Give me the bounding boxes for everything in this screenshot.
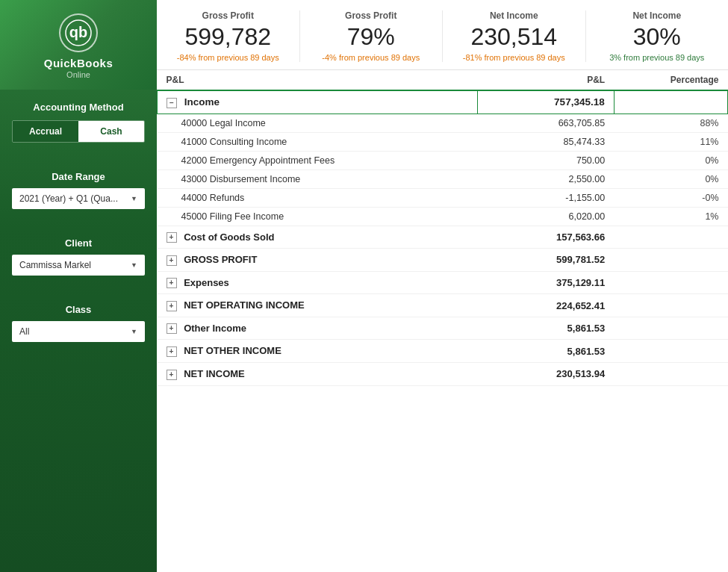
subtotal-value: 5,861.53	[477, 340, 614, 363]
expand-icon[interactable]: +	[167, 346, 177, 357]
item-label: 44000 Refunds	[158, 188, 478, 207]
class-section: Class All	[0, 282, 157, 348]
subtotal-pct	[614, 271, 727, 294]
class-wrapper[interactable]: All	[12, 321, 145, 342]
subtotal-label: + NET INCOME	[158, 363, 478, 386]
kpi-cell-2: Net Income 230,514 -81% from previous 89…	[443, 10, 586, 62]
accounting-method-label: Accounting Method	[12, 102, 145, 113]
sidebar: qb QuickBooks Online Accounting Method A…	[0, 0, 157, 572]
subtotal-pct	[614, 340, 727, 363]
accounting-toggle[interactable]: Accrual Cash	[12, 120, 145, 143]
expand-icon[interactable]: +	[167, 323, 177, 334]
item-value: 750.00	[477, 151, 614, 170]
kpi-cell-0: Gross Profit 599,782 -84% from previous …	[157, 10, 300, 62]
date-range-label: Date Range	[12, 171, 145, 182]
pl-table: P&L P&L Percentage − Income 757,345.18 4…	[157, 70, 728, 385]
kpi-label-0: Gross Profit	[202, 10, 254, 21]
subtotal-pct	[614, 249, 727, 272]
item-pct: -0%	[614, 188, 727, 207]
item-value: 663,705.85	[477, 114, 614, 132]
table-row: + Other Income 5,861.53	[158, 317, 728, 340]
brand-sub: Online	[66, 70, 90, 79]
svg-text:qb: qb	[69, 24, 87, 40]
income-label: − Income	[158, 90, 478, 114]
kpi-change-2: -81% from previous 89 days	[463, 53, 565, 62]
subtotal-value: 375,129.11	[477, 271, 614, 294]
expand-icon[interactable]: +	[167, 232, 177, 243]
date-range-select[interactable]: 2021 (Year) + Q1 (Qua...	[12, 188, 145, 209]
subtotal-pct	[614, 317, 727, 340]
logo-area: qb QuickBooks Online	[0, 0, 157, 90]
income-pct	[614, 90, 727, 114]
client-select[interactable]: Cammissa Markel	[12, 255, 145, 276]
table-row: − Income 757,345.18	[158, 90, 728, 114]
item-value: 6,020.00	[477, 207, 614, 226]
item-pct: 0%	[614, 151, 727, 170]
item-pct: 88%	[614, 114, 727, 132]
cash-button[interactable]: Cash	[78, 121, 144, 142]
table-row: + GROSS PROFIT 599,781.52	[158, 249, 728, 272]
kpi-value-2: 230,514	[470, 24, 557, 50]
collapse-icon[interactable]: −	[167, 98, 177, 108]
subtotal-label: + GROSS PROFIT	[158, 249, 478, 272]
kpi-label-1: Gross Profit	[345, 10, 396, 21]
subtotal-value: 230,513.94	[477, 363, 614, 386]
subtotal-value: 5,861.53	[477, 317, 614, 340]
subtotal-pct	[614, 226, 727, 249]
item-value: 85,474.33	[477, 132, 614, 151]
main-content: Gross Profit 599,782 -84% from previous …	[157, 0, 728, 572]
item-value: -1,155.00	[477, 188, 614, 207]
client-section: Client Cammissa Markel	[0, 215, 157, 282]
item-pct: 1%	[614, 207, 727, 226]
accrual-button[interactable]: Accrual	[13, 121, 78, 142]
subtotal-value: 599,781.52	[477, 249, 614, 272]
table-row: + Cost of Goods Sold 157,563.66	[158, 226, 728, 249]
table-row: 43000 Disbursement Income 2,550.00 0%	[158, 170, 728, 188]
item-pct: 11%	[614, 132, 727, 151]
pl-table-area: P&L P&L Percentage − Income 757,345.18 4…	[157, 70, 728, 572]
brand-name: QuickBooks	[44, 57, 113, 70]
date-range-section: Date Range 2021 (Year) + Q1 (Qua...	[0, 149, 157, 215]
table-row: 45000 Filing Fee Income 6,020.00 1%	[158, 207, 728, 226]
qb-logo: qb	[59, 13, 98, 52]
expand-icon[interactable]: +	[167, 255, 177, 266]
item-label: 43000 Disbursement Income	[158, 170, 478, 188]
expand-icon[interactable]: +	[167, 370, 177, 380]
expand-icon[interactable]: +	[167, 301, 177, 311]
accounting-method-section: Accounting Method Accrual Cash	[0, 90, 157, 149]
subtotal-label: + Other Income	[158, 317, 478, 340]
kpi-change-1: -4% from previous 89 days	[322, 53, 420, 62]
kpi-label-2: Net Income	[490, 10, 538, 21]
table-row: + NET INCOME 230,513.94	[158, 363, 728, 386]
kpi-label-3: Net Income	[632, 10, 681, 21]
expand-icon[interactable]: +	[167, 278, 177, 288]
item-label: 40000 Legal Income	[158, 114, 478, 132]
item-value: 2,550.00	[477, 170, 614, 188]
client-label: Client	[12, 237, 145, 249]
date-range-wrapper[interactable]: 2021 (Year) + Q1 (Qua...	[12, 188, 145, 209]
income-value: 757,345.18	[477, 90, 614, 114]
item-label: 42000 Emergency Appointment Fees	[158, 151, 478, 170]
col-val-header: P&L	[477, 70, 614, 90]
subtotal-pct	[614, 294, 727, 317]
subtotal-value: 224,652.41	[477, 294, 614, 317]
table-row: 41000 Consulting Income 85,474.33 11%	[158, 132, 728, 151]
kpi-value-0: 599,782	[184, 24, 271, 50]
table-row: + NET OTHER INCOME 5,861.53	[158, 340, 728, 363]
table-row: 44000 Refunds -1,155.00 -0%	[158, 188, 728, 207]
table-row: 42000 Emergency Appointment Fees 750.00 …	[158, 151, 728, 170]
kpi-cell-3: Net Income 30% 3% from previous 89 days	[586, 10, 729, 62]
kpi-change-0: -84% from previous 89 days	[177, 53, 279, 62]
class-select[interactable]: All	[12, 321, 145, 342]
subtotal-label: + NET OTHER INCOME	[158, 340, 478, 363]
table-row: 40000 Legal Income 663,705.85 88%	[158, 114, 728, 132]
kpi-row: Gross Profit 599,782 -84% from previous …	[157, 0, 728, 70]
kpi-cell-1: Gross Profit 79% -4% from previous 89 da…	[300, 10, 444, 62]
subtotal-label: + Expenses	[158, 271, 478, 294]
kpi-change-3: 3% from previous 89 days	[609, 53, 704, 62]
client-wrapper[interactable]: Cammissa Markel	[12, 255, 145, 276]
subtotal-value: 157,563.66	[477, 226, 614, 249]
subtotal-label: + NET OPERATING INCOME	[158, 294, 478, 317]
class-label: Class	[12, 304, 145, 315]
table-row: + Expenses 375,129.11	[158, 271, 728, 294]
